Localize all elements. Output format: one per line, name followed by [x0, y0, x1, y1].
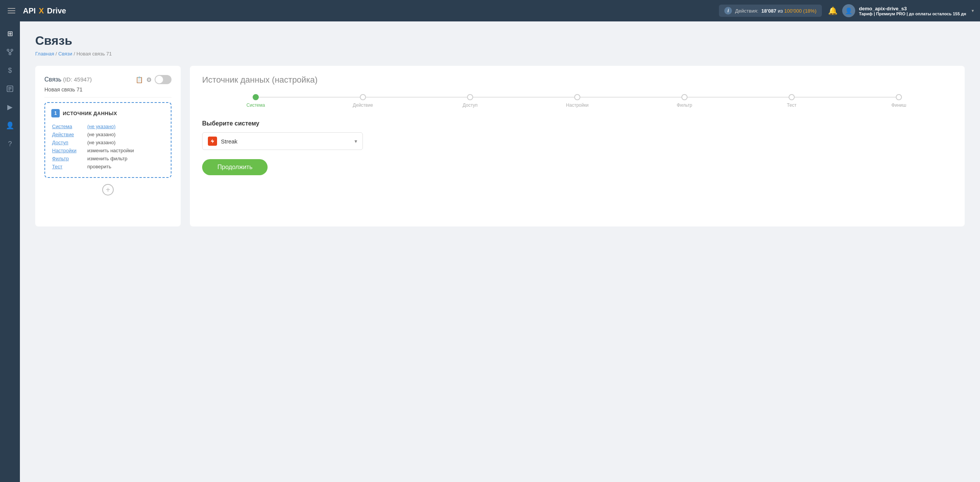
- page-title: Связь: [35, 34, 965, 48]
- sidebar-item-help[interactable]: ?: [2, 136, 18, 151]
- source-table: Система (не указано) Действие (не указан…: [51, 122, 165, 171]
- bell-icon[interactable]: 🔔: [828, 6, 838, 15]
- step-line-4: [577, 97, 684, 98]
- sidebar-item-profile[interactable]: 👤: [2, 118, 18, 133]
- card-header: Связь (ID: 45947) 📋 ⚙: [44, 75, 172, 84]
- table-row: Настройки изменить настройки: [52, 147, 164, 154]
- step-label-sistema: Система: [247, 103, 265, 108]
- table-row: Доступ (не указано): [52, 139, 164, 146]
- main-layout: ⊞ $ ▶ 👤 ? Связь Главная / Связи /: [0, 21, 980, 482]
- page-content: Связь Главная / Связи / Новая связь 71 С…: [20, 21, 980, 482]
- system-select-dropdown[interactable]: Streak ▾: [202, 132, 363, 150]
- sidebar-item-video[interactable]: ▶: [2, 99, 18, 115]
- connection-name: Новая связь 71: [44, 86, 172, 98]
- row-key-test[interactable]: Тест: [52, 163, 87, 170]
- user-section: 👤 demo_apix-drive_s3 Тариф | Премиум PRO…: [842, 4, 974, 17]
- step-line-5: [684, 97, 792, 98]
- breadcrumb-connections[interactable]: Связи: [58, 51, 72, 57]
- row-key-nastroyki[interactable]: Настройки: [52, 147, 87, 154]
- logo-api: API: [23, 7, 36, 15]
- step-circle-sistema: [253, 94, 259, 100]
- step-sistema: Система: [202, 94, 309, 108]
- table-row: Фильтр изменить фильтр: [52, 155, 164, 162]
- source-label: ИСТОЧНИК ДАННЫХ: [63, 111, 117, 116]
- actions-box: i Действия: 18'087 из 100'000 (18%): [719, 5, 822, 17]
- svg-point-1: [11, 49, 13, 51]
- row-value-nastroyki: изменить настройки: [87, 147, 164, 154]
- breadcrumb-separator: /: [74, 51, 76, 57]
- table-row: Система (не указано): [52, 123, 164, 130]
- step-label-finish: Финиш: [892, 103, 906, 108]
- step-circle-finish: [896, 94, 902, 100]
- step-circle-deystvie: [360, 94, 366, 100]
- step-label-deystvie: Действие: [353, 103, 373, 108]
- steps-row: Система Действие Доступ: [202, 94, 952, 108]
- settings-icon[interactable]: ⚙: [146, 76, 152, 83]
- card-title: Связь (ID: 45947): [44, 76, 92, 83]
- row-key-dostup[interactable]: Доступ: [52, 139, 87, 146]
- breadcrumb-home[interactable]: Главная: [35, 51, 54, 57]
- source-box: 1 ИСТОЧНИК ДАННЫХ Система (не указано) Д…: [44, 102, 172, 178]
- logo: APIXDrive: [23, 7, 66, 15]
- row-value-sistema[interactable]: (не указано): [87, 123, 164, 130]
- left-card: Связь (ID: 45947) 📋 ⚙ Новая связь 71 1 И…: [35, 66, 181, 226]
- row-value-dostup: (не указано): [87, 139, 164, 146]
- svg-point-2: [9, 53, 11, 55]
- system-select-left: Streak: [208, 137, 237, 146]
- source-number: 1: [51, 109, 60, 117]
- step-dostup: Доступ: [416, 94, 524, 108]
- sidebar-item-connections[interactable]: [2, 44, 18, 60]
- row-key-deystvie[interactable]: Действие: [52, 131, 87, 138]
- select-system-label: Выберите систему: [202, 120, 952, 127]
- step-filtr: Фильтр: [631, 94, 738, 108]
- row-value-deystvie: (не указано): [87, 131, 164, 138]
- step-line-6: [792, 97, 899, 98]
- step-label-nastroyki: Настройки: [566, 103, 589, 108]
- chevron-down-icon[interactable]: ▾: [972, 8, 974, 13]
- hamburger-icon[interactable]: [6, 7, 17, 15]
- table-row: Тест проверить: [52, 163, 164, 170]
- step-line-2: [363, 97, 470, 98]
- row-key-sistema[interactable]: Система: [52, 123, 87, 130]
- user-avatar: 👤: [842, 4, 855, 17]
- cards-row: Связь (ID: 45947) 📋 ⚙ Новая связь 71 1 И…: [35, 66, 965, 226]
- row-key-filtr[interactable]: Фильтр: [52, 155, 87, 162]
- source-box-header: 1 ИСТОЧНИК ДАННЫХ: [51, 109, 165, 117]
- table-row: Действие (не указано): [52, 131, 164, 138]
- step-deystvie: Действие: [309, 94, 416, 108]
- select-chevron-icon: ▾: [354, 138, 357, 144]
- logo-drive: Drive: [47, 7, 66, 15]
- sidebar: ⊞ $ ▶ 👤 ?: [0, 21, 20, 482]
- step-label-dostup: Доступ: [462, 103, 477, 108]
- svg-point-0: [7, 49, 9, 51]
- step-circle-dostup: [467, 94, 473, 100]
- step-line-3: [470, 97, 577, 98]
- sidebar-item-billing[interactable]: $: [2, 63, 18, 78]
- card-id: (ID: 45947): [63, 76, 92, 83]
- step-test: Тест: [738, 94, 845, 108]
- card-icons: 📋 ⚙: [136, 75, 172, 84]
- right-card-title: Источник данных (настройка): [202, 75, 952, 85]
- toggle-switch[interactable]: [155, 75, 172, 84]
- breadcrumb: Главная / Связи / Новая связь 71: [35, 51, 965, 57]
- step-label-test: Тест: [787, 103, 797, 108]
- breadcrumb-current: Новая связь 71: [77, 51, 112, 57]
- step-nastroyki: Настройки: [524, 94, 631, 108]
- continue-button[interactable]: Продолжить: [202, 159, 268, 175]
- step-line-1: [256, 97, 363, 98]
- system-select-text: Streak: [221, 138, 237, 145]
- row-value-filtr: изменить фильтр: [87, 155, 164, 162]
- user-info: demo_apix-drive_s3 Тариф | Премиум PRO |…: [859, 6, 966, 16]
- add-button-container: +: [44, 184, 172, 195]
- step-finish: Финиш: [845, 94, 952, 108]
- sidebar-item-tasks[interactable]: [2, 81, 18, 96]
- step-circle-filtr: [681, 94, 688, 100]
- add-connection-button[interactable]: +: [102, 184, 114, 195]
- svg-line-3: [8, 51, 10, 53]
- streak-icon: [208, 137, 217, 146]
- step-circle-nastroyki: [574, 94, 580, 100]
- sidebar-item-home[interactable]: ⊞: [2, 26, 18, 41]
- copy-icon[interactable]: 📋: [136, 76, 143, 83]
- step-circle-test: [789, 94, 795, 100]
- actions-label: Действия:: [735, 8, 758, 14]
